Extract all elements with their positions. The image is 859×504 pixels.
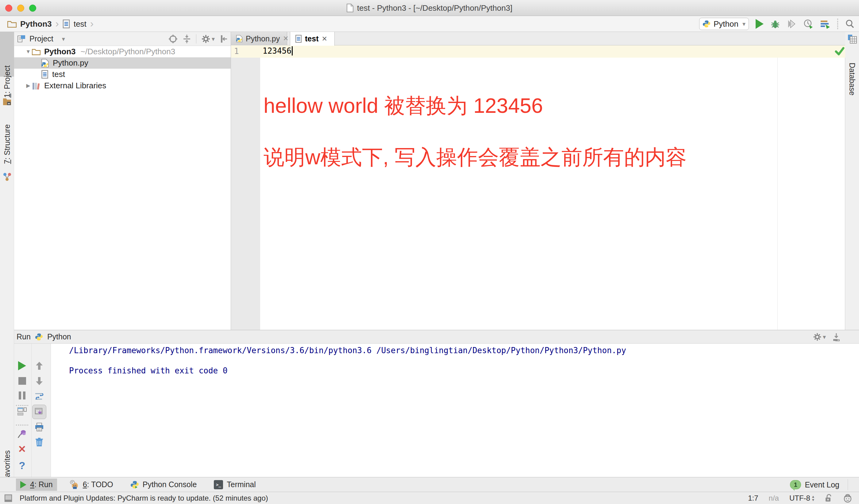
window-title: test - Python3 - [~/Desktop/Python/Pytho… <box>357 3 513 13</box>
unlock-icon[interactable] <box>825 494 833 502</box>
navigation-bar: Python3 › test › Python ▾ <box>0 16 859 32</box>
event-count-badge: 1 <box>790 480 801 489</box>
tree-row-python-file[interactable]: Python.py <box>14 57 231 69</box>
right-tool-stripe: Database <box>845 32 859 330</box>
todo-icon <box>70 480 79 489</box>
text-caret <box>292 46 293 56</box>
toolbar-separator <box>16 425 28 426</box>
run-toolbar: ✕ ? <box>14 344 51 477</box>
todo-label: : TODO <box>87 480 113 489</box>
annotation-text-1: hellow world 被替换为 123456 <box>263 92 543 120</box>
pause-button[interactable] <box>17 391 27 400</box>
restore-layout-button[interactable] <box>17 407 27 416</box>
tool-window-bar: 4: Run 6: TODO Python Console >_ Termina… <box>0 477 859 492</box>
tree-collapsed-icon[interactable]: ▶ <box>25 82 32 89</box>
libraries-icon <box>32 81 41 90</box>
run-settings-gear-button[interactable]: ▾ <box>813 333 826 341</box>
status-bar: Platform and Plugin Updates: PyCharm is … <box>0 492 859 504</box>
stripe-tab-structure-label: : Structure <box>3 124 12 159</box>
rerun-button[interactable] <box>17 361 27 370</box>
project-panel-title[interactable]: Project <box>29 34 54 43</box>
tab-test[interactable]: test ✕ <box>290 32 335 46</box>
stripe-tab-structure[interactable]: 7: Structure <box>2 120 12 168</box>
run-console[interactable]: /Library/Frameworks/Python.framework/Ver… <box>51 344 859 477</box>
up-stacktrace-button[interactable] <box>35 361 44 370</box>
chevron-down-icon[interactable]: ▾ <box>62 35 65 43</box>
toolbar-button-todo[interactable]: 6: TODO <box>66 478 118 491</box>
down-stacktrace-button[interactable] <box>35 376 44 386</box>
search-everywhere-icon[interactable] <box>845 19 855 29</box>
event-log-button[interactable]: 1 Event Log <box>790 477 839 492</box>
run-green-icon <box>20 481 26 488</box>
toolbar-separator <box>837 19 838 29</box>
pin-tab-button[interactable] <box>17 429 27 438</box>
soft-wrap-button[interactable] <box>35 392 44 401</box>
line-separator-indicator[interactable]: n/a <box>769 494 779 502</box>
line-number: 1 <box>234 47 239 56</box>
toolbar-button-run[interactable]: 4: Run <box>16 478 57 491</box>
tree-test-file-label: test <box>52 69 65 79</box>
code-text[interactable]: 123456 <box>262 46 291 56</box>
run-panel-header: Run Python ▾ <box>14 330 859 344</box>
tree-row-test-file[interactable]: test <box>14 69 231 80</box>
status-message[interactable]: Platform and Plugin Updates: PyCharm is … <box>20 494 268 502</box>
current-line-highlight[interactable]: 1 123456 <box>231 45 845 58</box>
updown-arrows-icon: ▴▾ <box>812 495 814 502</box>
help-button[interactable]: ? <box>17 461 27 470</box>
hide-tool-window-icon[interactable] <box>832 333 841 341</box>
locate-file-icon[interactable] <box>168 34 178 44</box>
tab-python-py[interactable]: Python.py ✕ <box>231 32 287 45</box>
close-button[interactable]: ✕ <box>17 444 27 454</box>
editor-area: Python.py ✕ test ✕ 1 123456 hellow world… <box>231 32 845 330</box>
tree-row-root[interactable]: ▼ Python3 ~/Desktop/Python/Python3 <box>14 46 231 57</box>
database-tool-icon <box>848 34 857 44</box>
python-logo-icon <box>703 20 710 28</box>
close-icon[interactable]: ✕ <box>283 35 288 43</box>
clear-all-button[interactable] <box>35 438 44 447</box>
toolbar-button-python-console[interactable]: Python Console <box>126 478 201 491</box>
stop-button[interactable] <box>17 376 27 385</box>
stripe-tab-structure-mnemonic: 7 <box>3 160 12 164</box>
breadcrumb-project[interactable]: Python3 <box>20 19 52 29</box>
titlebar: test - Python3 - [~/Desktop/Python/Pytho… <box>0 0 859 16</box>
text-file-icon <box>63 19 70 29</box>
tree-row-external-libraries[interactable]: ▶ External Libraries <box>14 80 231 91</box>
profiler-icon[interactable] <box>803 19 813 29</box>
tool-window-switcher-icon[interactable] <box>4 494 12 502</box>
run-configuration-select[interactable]: Python ▾ <box>699 18 749 30</box>
event-log-label: Event Log <box>805 481 839 489</box>
toolbar-separator <box>16 405 28 406</box>
project-tool-icon <box>3 97 11 106</box>
run-with-coverage-icon[interactable] <box>787 19 797 29</box>
run-tool-window: Run Python ▾ <box>14 330 859 477</box>
terminal-icon: >_ <box>214 480 223 489</box>
tree-expanded-icon[interactable]: ▼ <box>25 49 32 55</box>
breadcrumb-file[interactable]: test <box>74 19 87 29</box>
settings-gear-button[interactable]: ▾ <box>201 34 215 44</box>
inspection-profile-icon[interactable] <box>843 493 852 503</box>
tree-external-libraries-label: External Libraries <box>44 81 106 91</box>
stripe-tab-project[interactable]: 1: Project <box>2 63 12 100</box>
collapse-all-icon[interactable] <box>183 34 191 44</box>
folder-icon <box>7 20 17 28</box>
terminal-label: Terminal <box>227 480 256 489</box>
run-config-name[interactable]: Python <box>47 332 71 341</box>
annotation-text-2: 说明w模式下, 写入操作会覆盖之前所有的内容 <box>263 143 687 171</box>
print-button[interactable] <box>35 423 44 432</box>
stripe-tab-database[interactable]: Database <box>847 60 857 98</box>
run-label: : Run <box>34 480 53 489</box>
toolbar-button-terminal[interactable]: >_ Terminal <box>210 478 260 491</box>
caret-position[interactable]: 1:7 <box>748 494 758 502</box>
scroll-to-end-button[interactable] <box>32 405 46 419</box>
hide-panel-icon[interactable] <box>220 34 228 44</box>
chevron-right-icon: › <box>56 17 59 29</box>
debug-icon[interactable] <box>770 19 780 29</box>
close-icon[interactable]: ✕ <box>321 35 327 43</box>
concurrency-diagram-icon[interactable] <box>820 19 830 29</box>
encoding-indicator[interactable]: UTF-8 ▴▾ <box>789 494 814 502</box>
run-button[interactable] <box>756 19 764 29</box>
python-console-label: Python Console <box>142 480 197 489</box>
stripe-tab-database-label: Database <box>848 63 857 95</box>
console-command-line: /Library/Frameworks/Python.framework/Ver… <box>69 346 859 356</box>
inspection-ok-icon[interactable] <box>835 47 845 56</box>
